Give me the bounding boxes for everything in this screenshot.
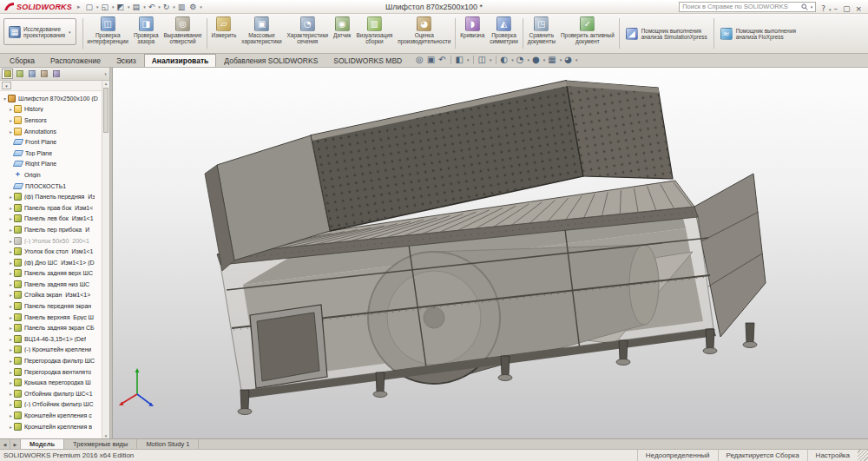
qa-file-properties-icon[interactable]: ▥	[176, 3, 187, 11]
expand-arrow-icon[interactable]: ▸	[8, 314, 14, 320]
section-view-icon[interactable]: ◧	[455, 55, 464, 64]
tree-item[interactable]: Right Plane	[2, 159, 101, 170]
expand-arrow-icon[interactable]: ▸	[8, 194, 14, 200]
expand-arrow-icon[interactable]: ▸	[8, 128, 14, 135]
clearance-check-button[interactable]: ◨Проверка зазора	[131, 15, 161, 52]
expand-arrow-icon[interactable]: ▸	[8, 215, 14, 221]
tree-item[interactable]: ▸(-) Кронштейн креплени	[2, 345, 101, 356]
tree-item[interactable]: ▸Кронштейн крепления в	[2, 421, 101, 432]
tree-item[interactable]: ▸Кронштейн крепления с	[2, 410, 101, 421]
help-search-input[interactable]: Поиск в Справке по SOLIDWORKS ▾	[679, 2, 816, 12]
tree-item[interactable]: ▸Панель задняя низ ШС_	[2, 279, 101, 290]
model-tab-1[interactable]: Модель	[21, 439, 64, 449]
tree-item[interactable]: ▸Annotations	[2, 126, 101, 137]
previous-view-icon[interactable]: ↶	[437, 55, 446, 64]
configurationmanager-tab[interactable]	[26, 69, 37, 79]
assembly-model[interactable]	[205, 81, 766, 415]
expand-arrow-icon[interactable]: ▸	[8, 325, 14, 331]
window-minimize-button[interactable]: –	[831, 4, 840, 13]
expand-arrow-icon[interactable]: ▸	[8, 227, 14, 233]
access-door[interactable]	[250, 305, 327, 388]
propertymanager-tab[interactable]	[14, 69, 25, 79]
tree-item[interactable]: ▸Панель задняя верх ШС	[2, 268, 101, 280]
tree-item[interactable]: Front Plane	[2, 136, 101, 148]
displaymanager-tab[interactable]	[50, 69, 62, 79]
expand-arrow-icon[interactable]: ▸	[8, 424, 14, 430]
window-close-button[interactable]: ×	[852, 4, 865, 13]
window-maximize-button[interactable]: ▢	[840, 4, 853, 13]
hole-alignment-button[interactable]: ◎Выравнивание отверстий	[161, 15, 205, 52]
viewport-canvas[interactable]	[113, 68, 868, 438]
qa-save-document-icon[interactable]: ◩	[115, 3, 127, 11]
scrollbar-thumb[interactable]	[103, 88, 108, 133]
expand-arrow-icon[interactable]: ▸	[8, 412, 14, 418]
tab-добавления-solidworks[interactable]: Добавления SOLIDWORKS	[216, 54, 326, 67]
tree-item[interactable]: ▸Стойка экран_Изм1<1>	[2, 290, 101, 301]
chevron-down-icon[interactable]: ▾	[811, 4, 813, 10]
expand-arrow-icon[interactable]: ▸	[8, 401, 14, 407]
expand-arrow-icon[interactable]: ▸	[8, 260, 14, 266]
tab-эскиз[interactable]: Эскиз	[108, 54, 144, 67]
measure-button[interactable]: ▱Измерить	[209, 15, 240, 52]
expand-arrow-icon[interactable]: ▸	[8, 336, 14, 342]
expand-arrow-icon[interactable]: ▸	[8, 270, 14, 276]
symmetry-check-button[interactable]: ◭Проверка симметрии	[487, 15, 521, 52]
model-tab-3[interactable]: Motion Study 1	[137, 439, 199, 449]
status-item-3[interactable]: Настройка	[807, 450, 858, 461]
expand-arrow-icon[interactable]: ▸	[8, 358, 14, 364]
tree-item[interactable]: ▸ВЦ14-46-3,15<1> (Def	[2, 333, 101, 345]
design-study-button[interactable]: ▦Исследование проектирования▾	[3, 18, 76, 45]
display-pane-toggle[interactable]: ▾	[2, 82, 11, 89]
interference-check-button[interactable]: ◫Проверка интерференции	[85, 15, 131, 52]
tree-item[interactable]: ▸Панель задняя экран СБ	[2, 322, 101, 333]
tree-item[interactable]: ПЛОСКОСТЬ1	[2, 181, 101, 192]
featuremanager-tab[interactable]	[2, 69, 13, 79]
tree-item[interactable]: ▸(ф) Панель передняя_Из	[2, 191, 101, 202]
expand-arrow-icon[interactable]: ▸	[8, 281, 14, 287]
tree-root-item[interactable]: ▾Шлифстол 870x2500x100 (D	[2, 93, 101, 104]
zoom-fit-icon[interactable]: ◎	[415, 55, 424, 64]
expand-arrow-icon[interactable]: ▸	[8, 248, 14, 254]
menu-expand-icon[interactable]: ▸	[77, 3, 81, 10]
tree-item[interactable]: Top Plane	[2, 148, 101, 159]
tree-item[interactable]: ▸History	[2, 104, 101, 115]
tab-расположение[interactable]: Расположение	[43, 54, 108, 67]
tree-scrollbar[interactable]: ▴ ▾	[102, 81, 109, 438]
tree-item[interactable]: ▸Панель лев бок_Изм1<1	[2, 214, 101, 225]
expand-arrow-icon[interactable]: ▸	[8, 346, 14, 352]
expand-arrow-icon[interactable]: ▸	[8, 205, 14, 211]
curvature-button[interactable]: ◗Кривизна	[457, 15, 487, 52]
tree-item[interactable]: ▸Уголок бок стол_Изм1<1	[2, 246, 101, 257]
expand-arrow-icon[interactable]: ▸	[8, 117, 14, 123]
scroll-down-icon[interactable]: ▾	[102, 433, 109, 438]
panel-collapse-icon[interactable]: ›	[104, 70, 108, 78]
tree-item[interactable]: ▸Sensors	[2, 115, 101, 126]
apply-scene-icon[interactable]: ▦	[547, 55, 556, 64]
scroll-tabs-right-button[interactable]: ▶	[10, 439, 21, 449]
expand-arrow-icon[interactable]: ▸	[8, 238, 14, 244]
scroll-up-icon[interactable]: ▴	[102, 81, 109, 86]
tab-solidworks-mbd[interactable]: SOLIDWORKS MBD	[326, 54, 410, 67]
tab-анализировать[interactable]: Анализировать	[144, 54, 217, 67]
tree-item[interactable]: ▸Перегородка вентилято	[2, 366, 101, 378]
expand-arrow-icon[interactable]: ▸	[8, 292, 14, 298]
view-orientation-icon[interactable]: ◫	[477, 55, 487, 64]
tree-item[interactable]: ▸Перегородка фильтр ШС	[2, 355, 101, 366]
section-properties-button[interactable]: ◔Характеристики сечения	[285, 15, 331, 52]
expand-arrow-icon[interactable]: ▸	[8, 369, 14, 375]
zoom-area-icon[interactable]: ▣	[426, 55, 436, 64]
expand-arrow-icon[interactable]: ▸	[8, 106, 14, 112]
qa-open-document-icon[interactable]: ◱	[100, 3, 111, 11]
check-active-document-button[interactable]: ✓Проверить активный документ	[558, 15, 617, 52]
sensor-button[interactable]: ◉Датчик	[331, 15, 353, 52]
tree-item[interactable]: ▸Панель пер прибока_И	[2, 224, 101, 235]
expand-arrow-icon[interactable]: ▸	[8, 303, 14, 309]
view-settings-icon[interactable]: ◕	[563, 55, 573, 64]
resize-grip[interactable]	[858, 450, 868, 461]
qa-options-icon[interactable]: ⚙	[187, 3, 198, 11]
expand-arrow-icon[interactable]: ▾	[2, 95, 8, 102]
qa-print-document-icon[interactable]: ▤	[131, 3, 142, 11]
qa-rebuild-icon[interactable]: ↻	[161, 3, 172, 11]
tree-item[interactable]: ▸Панель передняя экран	[2, 300, 101, 312]
assembly-visualization-button[interactable]: ▥Визуализация сборки	[353, 15, 395, 52]
